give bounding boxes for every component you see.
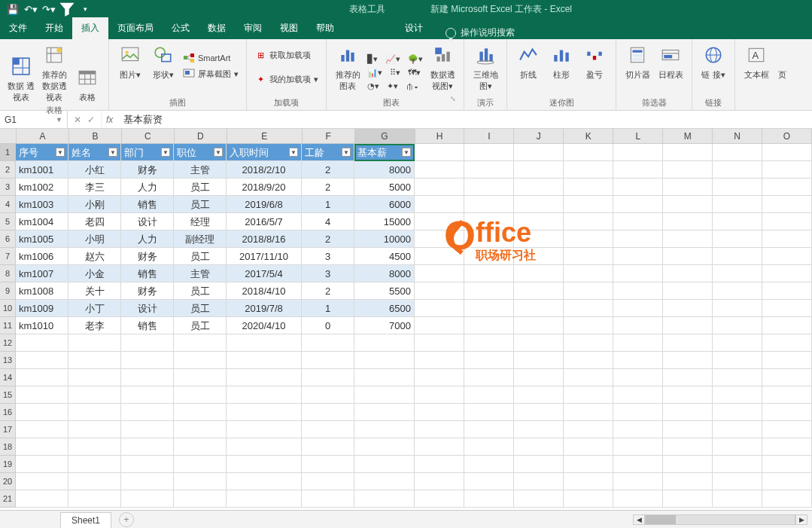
cell[interactable] <box>663 490 713 508</box>
cell[interactable]: 2 <box>302 161 354 179</box>
formula-input[interactable]: 基本薪资 <box>117 111 812 128</box>
row-header[interactable]: 7 <box>0 248 16 265</box>
row-header[interactable]: 16 <box>0 404 16 421</box>
cell[interactable] <box>464 490 514 508</box>
cell[interactable]: 2017/5/4 <box>227 265 302 282</box>
cell[interactable] <box>354 352 415 369</box>
select-all-corner[interactable] <box>0 129 17 143</box>
cell[interactable] <box>174 352 227 369</box>
cell[interactable] <box>16 334 68 352</box>
cell[interactable]: 财务 <box>121 248 174 265</box>
cell[interactable] <box>564 265 613 282</box>
cell[interactable] <box>464 144 514 161</box>
cell[interactable]: km1007 <box>16 265 68 282</box>
cell[interactable] <box>68 386 121 404</box>
cell[interactable] <box>16 352 68 369</box>
cell[interactable] <box>464 352 514 369</box>
cell[interactable] <box>514 334 564 352</box>
cell[interactable] <box>68 456 121 473</box>
cell[interactable] <box>713 213 762 230</box>
col-header-N[interactable]: N <box>713 129 762 143</box>
cell[interactable] <box>713 386 762 404</box>
row-header[interactable]: 8 <box>0 265 16 282</box>
slicer-button[interactable]: 切片器 <box>622 42 652 81</box>
tab-help[interactable]: 帮助 <box>307 17 343 39</box>
cell[interactable] <box>713 334 762 352</box>
cell[interactable] <box>762 438 812 456</box>
cell[interactable] <box>464 265 514 282</box>
charts-launcher-icon[interactable]: ⤡ <box>450 96 458 110</box>
cell[interactable] <box>762 473 812 490</box>
cell[interactable] <box>354 473 415 490</box>
cell[interactable] <box>762 352 812 369</box>
cell[interactable] <box>564 144 613 161</box>
cell[interactable] <box>713 317 762 334</box>
cell[interactable] <box>16 490 68 508</box>
cell[interactable] <box>514 404 564 421</box>
cell[interactable]: 小金 <box>68 265 121 282</box>
cell[interactable] <box>564 213 613 230</box>
cell[interactable] <box>16 473 68 490</box>
cell[interactable]: 2018/8/16 <box>227 230 302 248</box>
cell[interactable] <box>762 317 812 334</box>
cell[interactable] <box>663 196 713 213</box>
timeline-button[interactable]: 日程表 <box>655 42 686 81</box>
col-header-O[interactable]: O <box>762 129 812 143</box>
sparkline-line-button[interactable]: 折线 <box>513 42 543 81</box>
cell[interactable] <box>713 144 762 161</box>
col-header-J[interactable]: J <box>514 129 564 143</box>
cell[interactable] <box>121 404 174 421</box>
cell[interactable] <box>514 317 564 334</box>
cell[interactable] <box>564 456 613 473</box>
cell[interactable] <box>663 456 713 473</box>
cell[interactable]: 2018/2/10 <box>227 161 302 179</box>
cell[interactable] <box>227 369 302 386</box>
col-header-G[interactable]: G <box>355 129 415 143</box>
cell[interactable]: km1006 <box>16 248 68 265</box>
cell[interactable] <box>713 248 762 265</box>
tab-review[interactable]: 审阅 <box>235 17 271 39</box>
cell[interactable] <box>514 265 564 282</box>
cell[interactable] <box>121 421 174 438</box>
filter-dropdown-icon[interactable]: ▼ <box>289 148 298 157</box>
cell[interactable]: 财务 <box>121 282 174 300</box>
cell[interactable] <box>68 490 121 508</box>
cell[interactable] <box>174 404 227 421</box>
cell[interactable] <box>415 490 464 508</box>
cell[interactable] <box>613 196 663 213</box>
cell[interactable] <box>121 369 174 386</box>
cell[interactable]: 设计 <box>121 213 174 230</box>
cell[interactable] <box>613 265 663 282</box>
cell[interactable] <box>663 438 713 456</box>
cell[interactable]: 人力 <box>121 230 174 248</box>
cell[interactable]: 15000 <box>354 213 415 230</box>
my-addins-button[interactable]: ✦我的加载项 ▾ <box>253 72 320 86</box>
row-header[interactable]: 17 <box>0 421 16 438</box>
cell[interactable]: 副经理 <box>174 230 227 248</box>
cell[interactable] <box>762 196 812 213</box>
cell[interactable] <box>302 386 354 404</box>
cell[interactable]: 老四 <box>68 213 121 230</box>
chart-hier-icon[interactable]: 🌳▾ <box>406 53 424 65</box>
cell[interactable] <box>415 230 464 248</box>
cell[interactable] <box>663 265 713 282</box>
cell[interactable] <box>663 144 713 161</box>
cell[interactable] <box>613 421 663 438</box>
row-header[interactable]: 11 <box>0 317 16 334</box>
cell[interactable] <box>762 369 812 386</box>
cell[interactable] <box>713 369 762 386</box>
cell[interactable] <box>354 334 415 352</box>
cell[interactable]: 销售 <box>121 196 174 213</box>
cell[interactable] <box>613 334 663 352</box>
row-header[interactable]: 15 <box>0 386 16 404</box>
row-header[interactable]: 10 <box>0 300 16 317</box>
cell[interactable] <box>613 179 663 196</box>
cell[interactable] <box>415 248 464 265</box>
cell[interactable] <box>613 386 663 404</box>
cell[interactable]: 1 <box>302 196 354 213</box>
tab-view[interactable]: 视图 <box>271 17 307 39</box>
cell[interactable]: km1002 <box>16 179 68 196</box>
name-box[interactable]: G1▼ <box>0 111 68 128</box>
scroll-right-icon[interactable]: ▶ <box>795 514 807 525</box>
cell[interactable] <box>121 352 174 369</box>
